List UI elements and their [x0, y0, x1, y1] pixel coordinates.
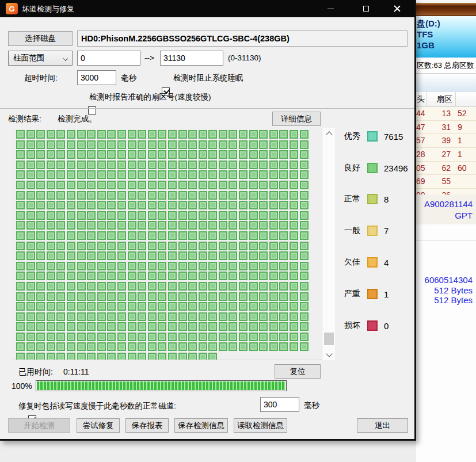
- block-cell: [36, 170, 45, 179]
- start-detect-button: 开始检测: [8, 418, 70, 433]
- block-cell: [178, 130, 187, 139]
- block-cell: [138, 262, 146, 270]
- grid-scrollbar[interactable]: [322, 128, 335, 360]
- block-cell: [300, 272, 309, 280]
- scroll-up-button[interactable]: [322, 128, 336, 138]
- block-cell: [279, 140, 288, 149]
- block-cell: [67, 150, 75, 159]
- block-cell: [47, 312, 55, 321]
- block-cell: [87, 312, 96, 321]
- block-cell: [107, 302, 116, 311]
- close-button[interactable]: [385, 0, 409, 17]
- block-cell: [36, 231, 45, 240]
- block-cell: [290, 161, 298, 169]
- block-cell: [229, 221, 237, 230]
- block-cell: [97, 150, 106, 159]
- legend-swatch: [367, 289, 378, 299]
- block-cell: [168, 312, 177, 321]
- background-window: 盘(D:) TFS 1GB 区数:63 总扇区数 头 扇区 44 13 52 4…: [416, 0, 476, 462]
- legend-swatch: [367, 257, 378, 268]
- block-cell: [168, 292, 177, 301]
- block-cell: [279, 150, 288, 159]
- block-cell: [158, 161, 166, 169]
- block-cell: [47, 302, 55, 311]
- block-cell: [269, 272, 278, 280]
- exit-button[interactable]: 退出: [357, 418, 408, 433]
- block-cell: [208, 231, 217, 240]
- accurate-sector-label[interactable]: 检测时报告准确的扇区号(速度较慢): [89, 92, 211, 102]
- sector-table: 44 13 52 47 31 9 57 39 1 28 27 1 05 62 6…: [416, 107, 476, 194]
- scrollbar-thumb[interactable]: [324, 333, 334, 345]
- block-cell: [178, 161, 187, 169]
- block-cell: [229, 201, 237, 209]
- block-cell: [36, 342, 45, 351]
- reset-button[interactable]: 复位: [275, 364, 321, 379]
- scroll-down-button[interactable]: [322, 350, 336, 360]
- block-cell: [16, 211, 25, 220]
- legend-swatch: [367, 131, 378, 142]
- block-cell: [77, 221, 86, 230]
- block-cell: [87, 342, 96, 351]
- block-cell: [269, 211, 278, 220]
- repair-slow-label[interactable]: 修复时包括读写速度慢于此毫秒数的正常磁道:: [18, 401, 176, 411]
- minimize-button[interactable]: [318, 0, 342, 17]
- block-cell: [47, 221, 55, 230]
- title-bar[interactable]: G 坏道检测与修复: [0, 0, 414, 17]
- block-cell: [128, 181, 136, 189]
- block-cell: [300, 262, 309, 270]
- block-cell: [158, 191, 166, 200]
- block-cell: [208, 130, 217, 139]
- block-cell: [158, 170, 166, 179]
- block-grid-row: [16, 140, 322, 149]
- block-cell: [259, 150, 268, 159]
- block-cell: [178, 292, 187, 301]
- block-cell: [229, 242, 237, 250]
- timeout-input[interactable]: [77, 70, 116, 85]
- block-cell: [168, 333, 177, 341]
- block-cell: [87, 231, 96, 240]
- block-cell: [138, 272, 146, 280]
- repair-threshold-input[interactable]: [260, 397, 299, 412]
- chevron-up-icon: [326, 131, 332, 138]
- block-cell: [158, 231, 166, 240]
- load-detect-info-button[interactable]: 读取检测信息: [234, 418, 287, 433]
- block-cell: [199, 302, 207, 311]
- maximize-button[interactable]: [354, 0, 378, 17]
- block-grid-row: [16, 201, 322, 209]
- result-label: 检测结果:: [8, 114, 41, 124]
- block-cell: [47, 333, 55, 341]
- select-disk-button[interactable]: 选择磁盘: [8, 31, 73, 46]
- range-start-input[interactable]: [77, 51, 140, 66]
- block-cell: [47, 140, 55, 149]
- block-cell: [47, 272, 55, 280]
- details-button[interactable]: 详细信息: [272, 112, 321, 126]
- divider: [416, 240, 476, 241]
- block-cell: [229, 312, 237, 321]
- try-repair-button[interactable]: 尝试修复: [77, 418, 120, 433]
- block-cell: [97, 211, 106, 220]
- save-detect-info-button[interactable]: 保存检测信息: [174, 418, 228, 433]
- block-cell: [249, 181, 258, 189]
- block-cell: [300, 191, 309, 200]
- block-cell: [208, 342, 217, 351]
- block-cell: [138, 322, 146, 331]
- range-mode-select[interactable]: 柱面范围: [8, 51, 73, 66]
- block-cell: [56, 333, 65, 341]
- block-cell: [36, 272, 45, 280]
- block-cell: [158, 302, 166, 311]
- block-cell: [36, 181, 45, 189]
- prevent-sleep-label[interactable]: 检测时阻止系统睡眠: [173, 73, 243, 83]
- block-cell: [219, 130, 227, 139]
- save-report-button[interactable]: 保存报表: [125, 418, 169, 433]
- block-cell: [107, 191, 116, 200]
- block-cell: [107, 242, 116, 250]
- block-cell: [259, 272, 268, 280]
- range-end-input[interactable]: [160, 51, 223, 66]
- partition-box[interactable]: 盘(D:) TFS 1GB: [416, 16, 476, 58]
- block-cell: [208, 353, 217, 360]
- block-cell: [158, 353, 166, 360]
- block-cell: [67, 292, 75, 301]
- block-cell: [56, 342, 65, 351]
- block-cell: [97, 161, 106, 169]
- block-cell: [269, 130, 278, 139]
